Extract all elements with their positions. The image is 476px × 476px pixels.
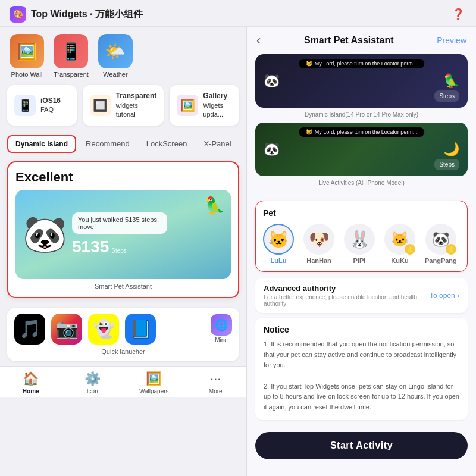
pangpang-locked: 🐼 ⭐ — [425, 224, 456, 255]
authority-left: Advanced authority For a better experien… — [264, 284, 430, 307]
pet-pipi[interactable]: 🐰 PiPi — [344, 224, 375, 264]
di-bird-small: 🦜 — [443, 73, 459, 89]
main-layout: 🖼️ Photo Wall 📱 Transparent 🌤️ Weather 📱… — [0, 27, 476, 476]
kuku-lock-badge: ⭐ — [405, 244, 415, 255]
transparent-card-sub: widgets tutorial — [116, 101, 157, 120]
facebook-icon[interactable]: 📘 — [125, 314, 156, 345]
lulu-avatar: 🐱 — [263, 224, 294, 255]
tutorial-cards-row: 📱 iOS16 FAQ 🔲 Transparent widgets tutori… — [0, 85, 246, 131]
nav-tabs: Dynamic Island Recommend LockScreen X-Pa… — [0, 131, 246, 156]
pipi-avatar: 🐰 — [344, 224, 375, 255]
start-activity-bar: Start Activity — [247, 426, 476, 468]
di-caption-2: Live Activities (All iPhone Model) — [255, 180, 468, 186]
snapchat-icon[interactable]: 👻 — [88, 314, 119, 345]
di-steps-badge: Steps — [434, 90, 459, 102]
ios16-card-icon: 📱 — [14, 95, 36, 116]
pet-kuku[interactable]: 🐱 ⭐ KuKu — [384, 224, 415, 264]
pet-lulu[interactable]: 🐱 LuLu — [263, 224, 294, 264]
home-icon: 🏠 — [23, 371, 39, 387]
tab-dynamic-island[interactable]: Dynamic Island — [7, 135, 76, 153]
app-title: Top Widgets · 万能小组件 — [31, 8, 143, 21]
authority-title: Advanced authority — [264, 284, 430, 293]
quick-icon-photo-wall[interactable]: 🖼️ Photo Wall — [10, 34, 44, 78]
di-caption-1: Dynamic Island(14 Pro or 14 Pro Max only… — [255, 111, 468, 118]
photo-wall-label: Photo Wall — [11, 71, 43, 78]
kuku-name: KuKu — [391, 257, 408, 264]
pet-pangpang[interactable]: 🐼 ⭐ PangPang — [425, 224, 457, 264]
mine-label: Mine — [215, 337, 228, 343]
pet-bubble: You just walked 5135 steps, move! — [72, 212, 167, 234]
di-preview-img-2: 🐱 My Lord, please turn on the Locator pe… — [255, 123, 468, 176]
di-bird-small-2: 🌙 — [443, 142, 459, 157]
back-button[interactable]: ‹ — [256, 34, 261, 47]
transparent-card-icon: 🔲 — [90, 95, 111, 116]
home-label: Home — [23, 388, 39, 394]
transparent-icon: 📱 — [54, 34, 88, 68]
app-header: 🎨 Top Widgets · 万能小组件 ❓ — [0, 0, 476, 27]
ios16-card-text: iOS16 FAQ — [40, 96, 61, 115]
tutorial-card-gallery[interactable]: 🖼️ Gallery Wigets upda... — [170, 85, 239, 126]
bottom-nav-wallpapers[interactable]: 🖼️ Wallpapers — [123, 371, 185, 394]
tab-x-panel[interactable]: X-Panel — [196, 136, 238, 152]
left-panel: 🖼️ Photo Wall 📱 Transparent 🌤️ Weather 📱… — [0, 27, 247, 476]
transparent-card-text: Transparent widgets tutorial — [116, 91, 157, 120]
di-preview-section: 🐱 My Lord, please turn on the Locator pe… — [247, 54, 476, 197]
di-island-pill-1: 🐱 My Lord, please turn on the Locator pe… — [299, 59, 425, 68]
right-header: ‹ Smart Pet Assistant Preview — [247, 27, 476, 54]
pangpang-name: PangPang — [425, 257, 457, 264]
excellent-label: Excellent — [15, 170, 231, 185]
di-island-pill-2: 🐱 My Lord, please turn on the Locator pe… — [299, 127, 425, 137]
authority-button[interactable]: To open › — [430, 292, 459, 300]
quick-icon-transparent[interactable]: 📱 Transparent — [54, 34, 89, 78]
steps-number: 5135 — [72, 237, 109, 256]
wallpapers-icon: 🖼️ — [146, 371, 162, 387]
app-logo: 🎨 — [10, 6, 26, 23]
tab-recommend[interactable]: Recommend — [79, 136, 137, 152]
kuku-locked: 🐱 ⭐ — [384, 224, 415, 255]
notice-title: Notice — [264, 325, 459, 334]
bottom-nav: 🏠 Home ⚙️ Icon 🖼️ Wallpapers ··· More — [0, 366, 246, 397]
quick-icon-weather[interactable]: 🌤️ Weather — [98, 34, 133, 78]
more-icon: ··· — [210, 371, 221, 387]
help-icon[interactable]: ❓ — [450, 6, 466, 23]
wallpapers-label: Wallpapers — [139, 388, 169, 394]
social-footer: Quick lanucher — [14, 348, 232, 355]
pet-card-content: You just walked 5135 steps, move! 5135 S… — [72, 212, 224, 256]
hanhan-name: HanHan — [306, 257, 331, 264]
gallery-card-text: Gallery Wigets upda... — [203, 91, 232, 120]
pet-list: 🐱 LuLu 🐶 HanHan 🐰 PiPi 🐱 ⭐ KuKu — [263, 224, 460, 264]
icon-label: Icon — [87, 388, 98, 394]
pet-hanhan[interactable]: 🐶 HanHan — [303, 224, 334, 264]
pet-card: 🐼 You just walked 5135 steps, move! 5135… — [15, 190, 231, 279]
instagram-icon[interactable]: 📷 — [51, 314, 82, 345]
tiktok-icon[interactable]: 🎵 — [14, 314, 45, 345]
island-text: My Lord, please turn on the Locator perm… — [315, 61, 418, 67]
bird-emoji: 🦜 — [204, 196, 225, 215]
tutorial-card-ios16[interactable]: 📱 iOS16 FAQ — [7, 85, 77, 126]
authority-section: Advanced authority For a better experien… — [255, 278, 468, 313]
transparent-label: Transparent — [54, 71, 89, 78]
notice-section: Notice 1. It is recommended that you ope… — [255, 318, 468, 420]
tutorial-card-transparent[interactable]: 🔲 Transparent widgets tutorial — [83, 85, 164, 126]
mine-section[interactable]: 🌐 Mine — [211, 314, 232, 343]
gallery-card-icon: 🖼️ — [177, 95, 198, 116]
preview-button[interactable]: Preview — [437, 36, 466, 45]
quick-icons-row: 🖼️ Photo Wall 📱 Transparent 🌤️ Weather — [0, 27, 246, 85]
bottom-nav-icon[interactable]: ⚙️ Icon — [62, 371, 124, 394]
bottom-nav-home[interactable]: 🏠 Home — [0, 371, 62, 394]
right-panel-title: Smart Pet Assistant — [265, 35, 432, 46]
social-icons-row: 🎵 📷 👻 📘 🌐 Mine — [14, 314, 232, 345]
icon-nav-icon: ⚙️ — [84, 371, 101, 387]
right-panel: ‹ Smart Pet Assistant Preview 🐱 My Lord,… — [247, 27, 476, 476]
gallery-card-title: Gallery — [203, 91, 232, 101]
bottom-nav-more[interactable]: ··· More — [185, 371, 247, 394]
notice-text-2: 2. If you start Top Widgets once, pets c… — [264, 381, 459, 413]
pet-section-title: Pet — [263, 208, 460, 218]
start-activity-button[interactable]: Start Activity — [255, 432, 468, 459]
gallery-card-sub: Wigets upda... — [203, 101, 232, 120]
notice-text-1: 1. It is recommended that you open the n… — [264, 339, 459, 371]
hanhan-avatar: 🐶 — [303, 224, 334, 255]
tab-lockscreen[interactable]: LockScreen — [139, 136, 195, 152]
lulu-name: LuLu — [271, 257, 287, 264]
pet-selection-section: Pet 🐱 LuLu 🐶 HanHan 🐰 PiPi 🐱 ⭐ — [255, 201, 468, 272]
